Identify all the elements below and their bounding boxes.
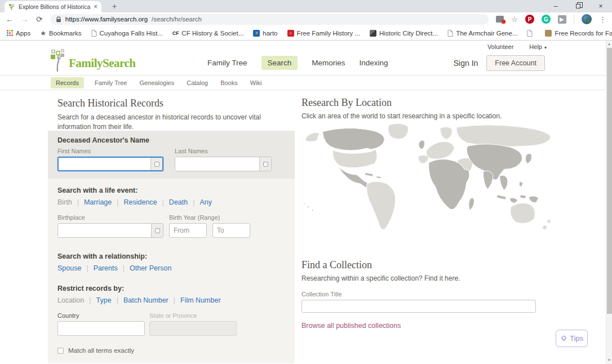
subnav-records[interactable]: Records bbox=[51, 77, 84, 88]
url-path: /search/hr/search bbox=[152, 16, 202, 23]
nav-indexing[interactable]: Indexing bbox=[360, 59, 388, 67]
bookmark-label: CF History & Societ... bbox=[181, 30, 243, 37]
new-tab-button[interactable]: + bbox=[107, 1, 122, 12]
subnav-wiki[interactable]: Wiki bbox=[249, 77, 264, 88]
bookmark-item[interactable]: Free Records for Fa... bbox=[545, 30, 612, 37]
tips-button[interactable]: Tips bbox=[556, 330, 588, 347]
subnav-genealogies[interactable]: Genealogies bbox=[138, 77, 176, 88]
birth-year-from-input[interactable] bbox=[169, 223, 207, 238]
profile-avatar[interactable] bbox=[582, 14, 592, 24]
life-event-any[interactable]: Any bbox=[199, 198, 212, 206]
share-extension-icon[interactable] bbox=[558, 15, 566, 24]
relationship-other-person[interactable]: Other Person bbox=[130, 264, 171, 272]
bookmarks-star-icon: ★ bbox=[40, 29, 46, 37]
browser-tab[interactable]: Explore Billions of Historical Reco × bbox=[5, 1, 101, 12]
bookmark-item[interactable]: CF CF History & Societ... bbox=[172, 30, 243, 37]
relationship-spouse[interactable]: Spouse bbox=[57, 264, 81, 272]
familysearch-page: ▲ ▼ Volunteer Help▾ FamilySearch bbox=[0, 41, 612, 363]
pinterest-extension-icon[interactable]: P bbox=[525, 15, 534, 24]
bookmark-item[interactable]: X harto bbox=[253, 30, 277, 37]
bookmark-label: Free Records for Fa... bbox=[555, 30, 612, 37]
find-a-collection-description: Researching within a specific collection… bbox=[301, 274, 460, 282]
familysearch-logo[interactable]: FamilySearch bbox=[50, 49, 135, 72]
first-names-input[interactable] bbox=[59, 158, 150, 170]
subnav-family-tree[interactable]: Family Tree bbox=[93, 77, 128, 88]
country-input[interactable] bbox=[57, 321, 145, 336]
forward-icon[interactable]: → bbox=[21, 15, 29, 23]
extension-badge-icon[interactable] bbox=[496, 16, 504, 23]
bookmark-item[interactable]: Historic City Direct... bbox=[370, 30, 438, 37]
url-domain: https://www.familysearch.org bbox=[65, 16, 148, 23]
browser-titlebar: Explore Billions of Historical Reco × + … bbox=[0, 0, 612, 12]
match-exactly-row[interactable]: Match all terms exactly bbox=[57, 347, 285, 354]
scrollbar-thumb[interactable] bbox=[607, 48, 612, 314]
window-minimize-button[interactable]: – bbox=[544, 0, 567, 12]
bookmark-item[interactable]: The Armchair Gene... bbox=[447, 30, 517, 37]
bookmark-label: harto bbox=[263, 30, 277, 37]
bookmarks-folder[interactable]: ★ Bookmarks bbox=[40, 29, 81, 37]
tips-label: Tips bbox=[570, 334, 583, 343]
subnav-catalog[interactable]: Catalog bbox=[185, 77, 210, 88]
bookmark-label: Cuyahoga Falls Hist... bbox=[100, 30, 163, 37]
sign-in-link[interactable]: Sign In bbox=[454, 59, 478, 68]
birthplace-exact-toggle[interactable] bbox=[151, 224, 163, 237]
help-menu[interactable]: Help▾ bbox=[529, 43, 547, 50]
records-subnav: Records Family Tree Genealogies Catalog … bbox=[0, 76, 606, 90]
bookmark-label: Apps bbox=[16, 30, 30, 37]
world-map[interactable] bbox=[300, 122, 555, 242]
last-names-input[interactable] bbox=[175, 157, 259, 171]
browser-menu-icon[interactable]: ⋮ bbox=[599, 15, 606, 24]
checkbox-icon bbox=[263, 162, 268, 167]
window-close-button[interactable]: × bbox=[589, 0, 612, 12]
page-icon bbox=[91, 30, 97, 37]
restrict-location[interactable]: Location bbox=[57, 296, 84, 304]
collection-title-input[interactable] bbox=[301, 300, 536, 313]
nav-memories[interactable]: Memories bbox=[312, 59, 345, 67]
volunteer-link[interactable]: Volunteer bbox=[487, 43, 513, 50]
last-names-exact-toggle[interactable] bbox=[259, 157, 271, 171]
nav-family-tree[interactable]: Family Tree bbox=[207, 59, 247, 67]
birth-year-to-input[interactable] bbox=[212, 223, 250, 238]
bookmark-label: The Armchair Gene... bbox=[456, 30, 517, 37]
life-event-residence[interactable]: Residence bbox=[124, 198, 157, 206]
life-event-birth[interactable]: Birth bbox=[57, 198, 72, 206]
search-form-panel: Search Historical Records Search for a d… bbox=[48, 90, 295, 363]
refresh-icon[interactable]: ⟳ bbox=[36, 15, 43, 23]
checkbox-icon bbox=[154, 162, 159, 167]
grammarly-extension-icon[interactable]: G bbox=[542, 15, 551, 24]
nav-search[interactable]: Search bbox=[261, 56, 298, 70]
birthplace-input[interactable] bbox=[58, 224, 151, 237]
logo-wordmark: FamilySearch bbox=[69, 57, 135, 72]
relationship-parents[interactable]: Parents bbox=[94, 264, 118, 272]
match-exactly-checkbox[interactable] bbox=[57, 348, 64, 354]
birthplace-label: Birthplace bbox=[57, 214, 163, 221]
birthplace-group bbox=[57, 223, 163, 238]
scroll-down-icon[interactable]: ▼ bbox=[606, 358, 612, 362]
bookmark-star-icon[interactable]: ☆ bbox=[511, 15, 518, 24]
subnav-books[interactable]: Books bbox=[219, 77, 240, 88]
free-account-button[interactable]: Free Account bbox=[486, 55, 545, 71]
first-names-exact-toggle[interactable] bbox=[150, 158, 162, 170]
bookmark-item[interactable] bbox=[527, 30, 535, 37]
bookmark-item[interactable]: Cuyahoga Falls Hist... bbox=[91, 30, 163, 37]
apps-shortcut[interactable]: Apps bbox=[7, 30, 30, 37]
restrict-film-number[interactable]: Film Number bbox=[180, 296, 221, 304]
life-event-death[interactable]: Death bbox=[169, 198, 188, 206]
back-icon[interactable]: ← bbox=[6, 15, 14, 23]
restrict-type[interactable]: Type bbox=[96, 296, 112, 304]
scroll-up-icon[interactable]: ▲ bbox=[606, 42, 612, 46]
page-scrollbar[interactable]: ▲ ▼ bbox=[606, 41, 612, 363]
right-panel: Research By Location Click an area of th… bbox=[295, 90, 606, 363]
address-bar[interactable]: https://www.familysearch.org/search/hr/s… bbox=[50, 14, 489, 25]
checkbox-icon bbox=[155, 228, 160, 233]
browse-collections-link[interactable]: Browse all published collections bbox=[301, 322, 401, 330]
first-names-label: First Names bbox=[57, 148, 163, 154]
tab-close-icon[interactable]: × bbox=[94, 3, 97, 10]
page-title: Search Historical Records bbox=[57, 97, 295, 109]
caret-down-icon: ▾ bbox=[544, 45, 547, 50]
restrict-batch-number[interactable]: Batch Number bbox=[123, 296, 168, 304]
bookmark-item[interactable]: ⌂ Free Family History ... bbox=[287, 30, 360, 37]
blue-x-icon: X bbox=[253, 30, 260, 37]
window-restore-button[interactable] bbox=[567, 0, 589, 12]
life-event-marriage[interactable]: Marriage bbox=[84, 198, 112, 206]
